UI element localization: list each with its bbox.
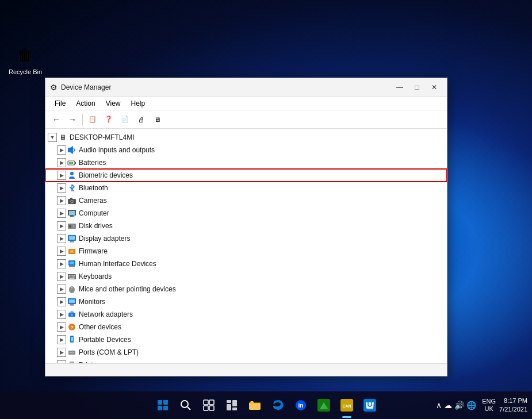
start-button[interactable] bbox=[152, 395, 173, 416]
menu-view[interactable]: View bbox=[101, 98, 125, 109]
cloud-icon[interactable]: ☁ bbox=[444, 401, 452, 410]
toolbar-properties[interactable]: 📋 bbox=[85, 113, 100, 126]
mountain-app-button[interactable] bbox=[313, 395, 334, 416]
desktop: 🗑 Recycle Bin ⚙ Device Manager — □ ✕ Fil… bbox=[0, 0, 532, 419]
tree-item-ports[interactable]: ▶ Ports (COM & LPT) bbox=[45, 346, 447, 359]
recycle-bin-label: Recycle Bin bbox=[9, 68, 42, 75]
tree-content[interactable]: ▼ 🖥 DESKTOP-MFTL4MI ▶ Audio inputs and o… bbox=[45, 129, 447, 363]
root-expand[interactable]: ▼ bbox=[48, 133, 57, 142]
network-expand[interactable]: ▶ bbox=[57, 310, 66, 319]
file-explorer-button[interactable] bbox=[244, 395, 265, 416]
toolbar-scan[interactable]: 📄 bbox=[117, 113, 132, 126]
tree-item-bluetooth[interactable]: ▶ Bluetooth bbox=[45, 182, 447, 194]
bluetooth-expand[interactable]: ▶ bbox=[57, 183, 66, 193]
tree-item-mice[interactable]: ▶ Mice and other pointing devices bbox=[45, 283, 447, 295]
computer-expand[interactable]: ▶ bbox=[57, 209, 66, 218]
hid-expand[interactable]: ▶ bbox=[57, 259, 66, 268]
tree-item-cameras[interactable]: ▶ Cameras bbox=[45, 194, 447, 207]
svg-point-55 bbox=[73, 352, 74, 353]
audio-expand[interactable]: ▶ bbox=[57, 145, 66, 155]
ports-icon bbox=[67, 348, 76, 357]
svg-rect-5 bbox=[71, 162, 73, 164]
tree-item-disk[interactable]: ▶ Disk drives bbox=[45, 220, 447, 232]
svg-rect-13 bbox=[70, 216, 74, 217]
biometric-expand[interactable]: ▶ bbox=[57, 171, 66, 180]
menu-help[interactable]: Help bbox=[127, 98, 150, 109]
tree-item-portable[interactable]: ▶ Portable Devices bbox=[45, 333, 447, 346]
tree-item-hid[interactable]: ▶ Human Interface Devices bbox=[45, 257, 447, 270]
svg-rect-90 bbox=[158, 406, 162, 410]
title-bar: ⚙ Device Manager — □ ✕ bbox=[45, 78, 447, 97]
svg-rect-98 bbox=[227, 400, 231, 403]
edge-button[interactable] bbox=[267, 395, 288, 416]
toolbar-sep-1 bbox=[82, 114, 83, 125]
clock[interactable]: 8:17 PM 7/21/2021 bbox=[499, 397, 527, 414]
chevron-tray-icon[interactable]: ∧ bbox=[436, 401, 442, 410]
svg-rect-14 bbox=[69, 217, 75, 217]
taskbar: in CAN ∧ ☁ 🔊 🌐 ENGUK bbox=[0, 391, 532, 419]
tree-item-network[interactable]: ▶ Network adapters bbox=[45, 308, 447, 321]
tree-root[interactable]: ▼ 🖥 DESKTOP-MFTL4MI bbox=[45, 131, 447, 144]
toolbar: ← → 📋 ❓ 📄 🖨 🖥 bbox=[45, 110, 447, 129]
toolbar-display[interactable]: 🖥 bbox=[150, 113, 164, 126]
disk-expand[interactable]: ▶ bbox=[57, 221, 66, 230]
recycle-bin-icon[interactable]: 🗑 Recycle Bin bbox=[5, 43, 46, 75]
svg-point-9 bbox=[71, 201, 72, 202]
date-display: 7/21/2021 bbox=[499, 405, 527, 414]
portable-expand[interactable]: ▶ bbox=[57, 335, 66, 344]
tree-item-keyboards[interactable]: ▶ Keyboards bbox=[45, 270, 447, 283]
tree-item-biometric[interactable]: ▶ Biometric devices bbox=[45, 169, 447, 182]
tree-item-computer[interactable]: ▶ Computer bbox=[45, 207, 447, 220]
volume-icon[interactable]: 🔊 bbox=[454, 401, 464, 410]
tree-item-other[interactable]: ▶ ? Other devices bbox=[45, 321, 447, 333]
svg-rect-31 bbox=[71, 275, 72, 276]
firmware-icon bbox=[67, 247, 76, 256]
minimize-button[interactable]: — bbox=[392, 81, 408, 94]
keyboards-icon bbox=[67, 272, 76, 281]
keyboards-label: Keyboards bbox=[79, 272, 112, 280]
network-icon bbox=[67, 310, 76, 319]
toolbar-print[interactable]: 🖨 bbox=[133, 113, 148, 126]
menu-action[interactable]: Action bbox=[71, 98, 99, 109]
batteries-label: Batteries bbox=[79, 159, 106, 167]
svg-rect-10 bbox=[70, 198, 72, 199]
computer-icon bbox=[67, 209, 76, 218]
svg-point-6 bbox=[70, 172, 74, 175]
disk-label: Disk drives bbox=[79, 222, 113, 230]
svg-point-40 bbox=[71, 287, 72, 288]
maximize-button[interactable]: □ bbox=[409, 81, 425, 94]
tree-item-batteries[interactable]: ▶ Batteries bbox=[45, 156, 447, 169]
close-button[interactable]: ✕ bbox=[426, 81, 442, 94]
firmware-expand[interactable]: ▶ bbox=[57, 247, 66, 256]
monitors-expand[interactable]: ▶ bbox=[57, 297, 66, 306]
mice-expand[interactable]: ▶ bbox=[57, 285, 66, 294]
blue-app-button[interactable]: in bbox=[290, 395, 311, 416]
ports-expand[interactable]: ▶ bbox=[57, 348, 66, 357]
toolbar-back[interactable]: ← bbox=[49, 113, 64, 126]
toolbar-forward[interactable]: → bbox=[65, 113, 80, 126]
menu-file[interactable]: File bbox=[50, 98, 70, 109]
task-view-button[interactable] bbox=[198, 395, 219, 416]
other-expand[interactable]: ▶ bbox=[57, 322, 66, 332]
menu-bar: File Action View Help bbox=[45, 97, 447, 110]
svg-rect-50 bbox=[71, 337, 73, 341]
cameras-expand[interactable]: ▶ bbox=[57, 196, 66, 205]
svg-rect-4 bbox=[69, 162, 71, 164]
network-tray-icon[interactable]: 🌐 bbox=[466, 401, 476, 410]
store-app-button[interactable] bbox=[359, 395, 380, 416]
svg-rect-43 bbox=[70, 304, 74, 305]
batteries-expand[interactable]: ▶ bbox=[57, 158, 66, 167]
tree-item-firmware[interactable]: ▶ Firmware bbox=[45, 245, 447, 257]
taskbar-icons: in CAN bbox=[152, 395, 380, 416]
tree-item-audio[interactable]: ▶ Audio inputs and outputs bbox=[45, 144, 447, 156]
search-button[interactable] bbox=[175, 395, 196, 416]
tree-item-display[interactable]: ▶ Display adapters bbox=[45, 232, 447, 245]
window-icon: ⚙ bbox=[50, 83, 58, 92]
keyboards-expand[interactable]: ▶ bbox=[57, 272, 66, 281]
tree-item-monitors[interactable]: ▶ Monitors bbox=[45, 295, 447, 308]
toolbar-help[interactable]: ❓ bbox=[101, 113, 116, 126]
can-app-button[interactable]: CAN bbox=[336, 395, 357, 416]
tree-item-print[interactable]: ▶ Print queues bbox=[45, 359, 447, 363]
display-expand[interactable]: ▶ bbox=[57, 234, 66, 243]
widgets-button[interactable] bbox=[221, 395, 242, 416]
